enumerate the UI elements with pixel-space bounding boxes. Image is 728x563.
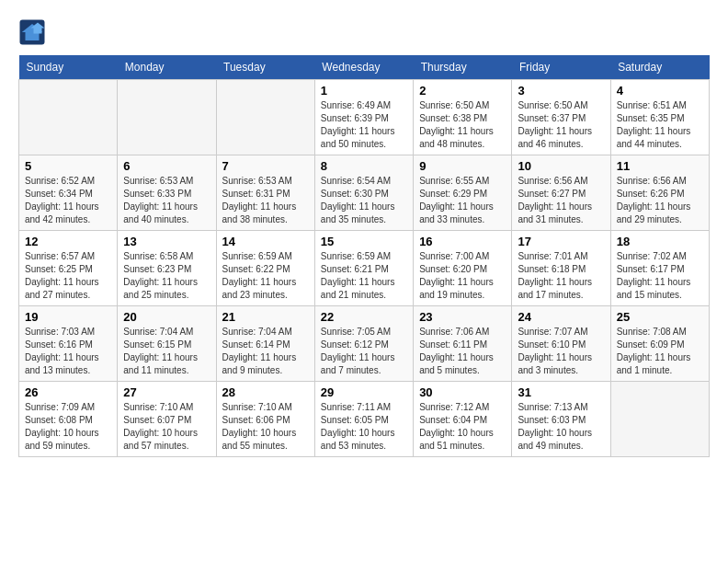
calendar-cell: 14 Sunrise: 6:59 AMSunset: 6:22 PMDaylig… [216,231,314,306]
day-number: 19 [25,310,111,324]
day-number: 23 [419,310,506,324]
calendar-header-friday: Friday [512,55,610,80]
day-number: 13 [123,235,210,248]
day-number: 12 [25,235,111,248]
calendar-week-3: 12 Sunrise: 6:57 AMSunset: 6:25 PMDaylig… [19,231,710,306]
day-info: Sunrise: 6:53 AMSunset: 6:33 PMDaylight:… [123,175,210,226]
day-info: Sunrise: 6:58 AMSunset: 6:23 PMDaylight:… [123,250,210,302]
day-info: Sunrise: 7:02 AMSunset: 6:17 PMDaylight:… [617,250,703,302]
calendar-cell: 9 Sunrise: 6:55 AMSunset: 6:29 PMDayligh… [414,155,512,231]
day-number: 3 [518,84,604,98]
calendar-cell: 17 Sunrise: 7:01 AMSunset: 6:18 PMDaylig… [512,231,610,306]
day-number: 6 [123,159,210,173]
calendar-header-tuesday: Tuesday [216,55,314,80]
calendar-cell: 4 Sunrise: 6:51 AMSunset: 6:35 PMDayligh… [610,80,709,155]
calendar-cell: 15 Sunrise: 6:59 AMSunset: 6:21 PMDaylig… [314,231,413,306]
day-number: 2 [419,84,506,98]
calendar-header-row: SundayMondayTuesdayWednesdayThursdayFrid… [19,55,710,80]
calendar-cell: 13 Sunrise: 6:58 AMSunset: 6:23 PMDaylig… [118,231,216,306]
day-number: 9 [419,159,506,173]
calendar-week-2: 5 Sunrise: 6:52 AMSunset: 6:34 PMDayligh… [19,155,710,231]
logo-icon [18,18,46,46]
day-number: 27 [123,385,210,399]
calendar-week-1: 1 Sunrise: 6:49 AMSunset: 6:39 PMDayligh… [19,80,710,155]
day-number: 5 [25,159,111,173]
day-info: Sunrise: 6:56 AMSunset: 6:27 PMDaylight:… [518,175,604,226]
calendar-cell: 6 Sunrise: 6:53 AMSunset: 6:33 PMDayligh… [118,155,216,231]
day-number: 11 [617,159,703,173]
calendar-cell: 29 Sunrise: 7:11 AMSunset: 6:05 PMDaylig… [314,382,413,457]
day-number: 22 [321,310,407,324]
calendar-cell: 25 Sunrise: 7:08 AMSunset: 6:09 PMDaylig… [610,306,709,382]
day-number: 8 [321,159,407,173]
calendar-header-monday: Monday [118,55,216,80]
calendar-cell: 12 Sunrise: 6:57 AMSunset: 6:25 PMDaylig… [19,231,118,306]
calendar-cell: 11 Sunrise: 6:56 AMSunset: 6:26 PMDaylig… [610,155,709,231]
day-info: Sunrise: 7:10 AMSunset: 6:06 PMDaylight:… [222,401,309,453]
calendar-cell: 5 Sunrise: 6:52 AMSunset: 6:34 PMDayligh… [19,155,118,231]
calendar-cell: 1 Sunrise: 6:49 AMSunset: 6:39 PMDayligh… [314,80,413,155]
calendar-cell: 27 Sunrise: 7:10 AMSunset: 6:07 PMDaylig… [118,382,216,457]
day-number: 30 [419,385,506,399]
day-info: Sunrise: 6:54 AMSunset: 6:30 PMDaylight:… [321,175,407,226]
day-info: Sunrise: 6:59 AMSunset: 6:22 PMDaylight:… [222,250,309,302]
day-info: Sunrise: 6:57 AMSunset: 6:25 PMDaylight:… [25,250,111,302]
day-number: 18 [617,235,703,248]
day-info: Sunrise: 7:11 AMSunset: 6:05 PMDaylight:… [321,401,407,453]
day-info: Sunrise: 7:06 AMSunset: 6:11 PMDaylight:… [419,326,506,377]
calendar-cell: 3 Sunrise: 6:50 AMSunset: 6:37 PMDayligh… [512,80,610,155]
day-info: Sunrise: 6:50 AMSunset: 6:37 PMDaylight:… [518,99,604,151]
day-number: 17 [518,235,604,248]
calendar-cell: 23 Sunrise: 7:06 AMSunset: 6:11 PMDaylig… [414,306,512,382]
calendar-cell: 20 Sunrise: 7:04 AMSunset: 6:15 PMDaylig… [118,306,216,382]
calendar-cell: 21 Sunrise: 7:04 AMSunset: 6:14 PMDaylig… [216,306,314,382]
calendar-cell: 31 Sunrise: 7:13 AMSunset: 6:03 PMDaylig… [512,382,610,457]
day-info: Sunrise: 7:04 AMSunset: 6:14 PMDaylight:… [222,326,309,377]
day-info: Sunrise: 7:13 AMSunset: 6:03 PMDaylight:… [518,401,604,453]
calendar-cell: 8 Sunrise: 6:54 AMSunset: 6:30 PMDayligh… [314,155,413,231]
calendar-cell: 26 Sunrise: 7:09 AMSunset: 6:08 PMDaylig… [19,382,118,457]
calendar-cell: 2 Sunrise: 6:50 AMSunset: 6:38 PMDayligh… [414,80,512,155]
day-number: 20 [123,310,210,324]
day-info: Sunrise: 7:08 AMSunset: 6:09 PMDaylight:… [617,326,703,377]
day-info: Sunrise: 7:01 AMSunset: 6:18 PMDaylight:… [518,250,604,302]
day-info: Sunrise: 7:00 AMSunset: 6:20 PMDaylight:… [419,250,506,302]
calendar-cell: 24 Sunrise: 7:07 AMSunset: 6:10 PMDaylig… [512,306,610,382]
calendar-cell [118,80,216,155]
day-number: 25 [617,310,703,324]
calendar-body: 1 Sunrise: 6:49 AMSunset: 6:39 PMDayligh… [19,80,710,457]
calendar-header-saturday: Saturday [610,55,709,80]
page-header [18,18,710,46]
calendar-header-thursday: Thursday [414,55,512,80]
day-number: 14 [222,235,309,248]
day-info: Sunrise: 6:53 AMSunset: 6:31 PMDaylight:… [222,175,309,226]
calendar-cell [19,80,118,155]
calendar-header-sunday: Sunday [19,55,118,80]
logo [18,18,50,46]
calendar-cell: 16 Sunrise: 7:00 AMSunset: 6:20 PMDaylig… [414,231,512,306]
calendar-cell: 22 Sunrise: 7:05 AMSunset: 6:12 PMDaylig… [314,306,413,382]
day-number: 24 [518,310,604,324]
day-number: 16 [419,235,506,248]
day-number: 28 [222,385,309,399]
day-info: Sunrise: 7:07 AMSunset: 6:10 PMDaylight:… [518,326,604,377]
day-info: Sunrise: 7:10 AMSunset: 6:07 PMDaylight:… [123,401,210,453]
calendar-cell [610,382,709,457]
day-number: 21 [222,310,309,324]
day-info: Sunrise: 6:50 AMSunset: 6:38 PMDaylight:… [419,99,506,151]
calendar-header-wednesday: Wednesday [314,55,413,80]
day-number: 1 [321,84,407,98]
day-info: Sunrise: 7:12 AMSunset: 6:04 PMDaylight:… [419,401,506,453]
day-info: Sunrise: 7:04 AMSunset: 6:15 PMDaylight:… [123,326,210,377]
day-info: Sunrise: 7:09 AMSunset: 6:08 PMDaylight:… [25,401,111,453]
calendar-cell: 18 Sunrise: 7:02 AMSunset: 6:17 PMDaylig… [610,231,709,306]
day-info: Sunrise: 6:56 AMSunset: 6:26 PMDaylight:… [617,175,703,226]
day-info: Sunrise: 7:05 AMSunset: 6:12 PMDaylight:… [321,326,407,377]
day-info: Sunrise: 6:51 AMSunset: 6:35 PMDaylight:… [617,99,703,151]
day-info: Sunrise: 6:59 AMSunset: 6:21 PMDaylight:… [321,250,407,302]
day-number: 15 [321,235,407,248]
day-info: Sunrise: 6:49 AMSunset: 6:39 PMDaylight:… [321,99,407,151]
day-number: 31 [518,385,604,399]
day-number: 4 [617,84,703,98]
calendar-cell: 7 Sunrise: 6:53 AMSunset: 6:31 PMDayligh… [216,155,314,231]
